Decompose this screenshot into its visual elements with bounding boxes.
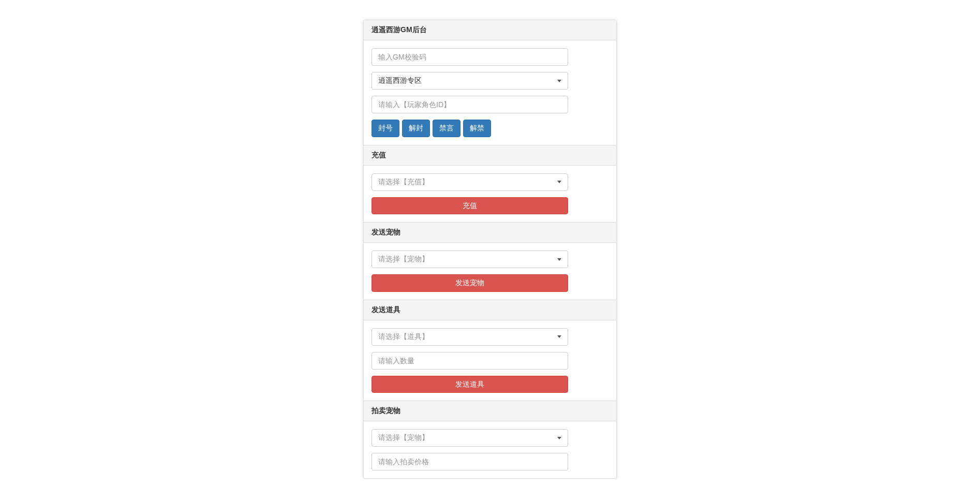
caret-down-icon — [557, 335, 561, 338]
pet-select[interactable]: 请选择【宠物】 — [372, 250, 568, 268]
recharge-button[interactable]: 充值 — [372, 197, 568, 215]
gm-code-input[interactable] — [372, 48, 568, 66]
send-item-header: 发送道具 — [364, 300, 616, 320]
panel-body: 逍遥西游专区 封号 解封 禁言 解禁 充值 请选择【充值】 — [364, 40, 616, 478]
recharge-select-placeholder: 请选择【充值】 — [378, 178, 429, 187]
auction-pet-section: 拍卖宠物 请选择【宠物】 — [372, 401, 608, 470]
panel-title: 逍遥西游GM后台 — [364, 20, 616, 40]
send-pet-section: 发送宠物 请选择【宠物】 发送宠物 — [372, 222, 608, 300]
item-qty-input[interactable] — [372, 352, 568, 370]
caret-down-icon — [557, 181, 561, 183]
pet-select-placeholder: 请选择【宠物】 — [378, 255, 429, 264]
gm-code-group — [372, 48, 568, 66]
send-pet-button[interactable]: 发送宠物 — [372, 274, 568, 292]
send-item-button[interactable]: 发送道具 — [372, 376, 568, 393]
unmute-button[interactable]: 解禁 — [463, 120, 491, 137]
server-select[interactable]: 逍遥西游专区 — [372, 72, 568, 90]
player-id-group — [372, 96, 568, 113]
recharge-section: 充值 请选择【充值】 充值 — [372, 145, 608, 223]
server-select-group: 逍遥西游专区 — [372, 72, 568, 90]
caret-down-icon — [557, 258, 561, 261]
recharge-select[interactable]: 请选择【充值】 — [372, 173, 568, 191]
server-select-value: 逍遥西游专区 — [378, 76, 422, 85]
send-pet-header: 发送宠物 — [364, 222, 616, 243]
main-panel: 逍遥西游GM后台 逍遥西游专区 封号 解封 禁言 解禁 充值 — [363, 20, 617, 479]
unban-button[interactable]: 解封 — [402, 120, 430, 137]
caret-down-icon — [557, 80, 561, 82]
auction-pet-select[interactable]: 请选择【宠物】 — [372, 429, 568, 447]
auction-pet-select-placeholder: 请选择【宠物】 — [378, 433, 429, 443]
mute-button[interactable]: 禁言 — [433, 120, 461, 137]
caret-down-icon — [557, 437, 561, 439]
recharge-header: 充值 — [364, 145, 616, 166]
action-button-row: 封号 解封 禁言 解禁 — [372, 120, 608, 137]
auction-price-input[interactable] — [372, 453, 568, 470]
auction-pet-header: 拍卖宠物 — [364, 401, 616, 421]
ban-button[interactable]: 封号 — [372, 120, 399, 137]
player-id-input[interactable] — [372, 96, 568, 113]
item-select-placeholder: 请选择【道具】 — [378, 332, 429, 342]
send-item-section: 发送道具 请选择【道具】 发送道具 — [372, 300, 608, 401]
item-select[interactable]: 请选择【道具】 — [372, 328, 568, 346]
